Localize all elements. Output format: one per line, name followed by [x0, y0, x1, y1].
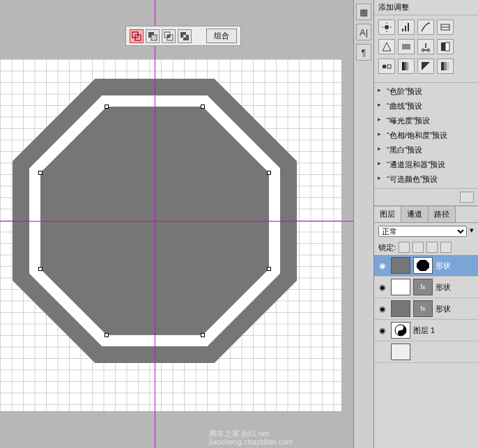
- svg-rect-16: [405, 26, 406, 31]
- layer-list: ◉ 形状 ◉ fx 形状 ◉ fx 形状 ◉ 图层 1: [374, 255, 478, 448]
- invert-icon[interactable]: [417, 59, 434, 74]
- layers-panel: 图层 通道 路径 正常 ▾ 锁定: ◉ 形状 ◉: [374, 206, 478, 448]
- clip-to-layer-icon[interactable]: [460, 192, 474, 203]
- adjustment-presets-list: “色阶”预设 “曲线”预设 “曝光度”预设 “色相/饱和度”预设 “黑白”预设 …: [374, 82, 478, 188]
- lock-position-icon[interactable]: [426, 242, 438, 253]
- layer-row[interactable]: ◉ 形状: [374, 255, 478, 277]
- svg-rect-17: [408, 23, 409, 31]
- path-overlap-button[interactable]: [130, 29, 144, 43]
- preset-curves[interactable]: “曲线”预设: [374, 99, 478, 114]
- layer-thumbnail[interactable]: [391, 257, 410, 274]
- layer-fx-thumbnail[interactable]: fx: [413, 279, 433, 295]
- tab-layers[interactable]: 图层: [374, 206, 401, 222]
- adjustments-icon-grid: [374, 15, 478, 82]
- combine-button[interactable]: 组合: [206, 29, 237, 43]
- exposure-icon[interactable]: [437, 20, 454, 35]
- levels-icon[interactable]: [398, 20, 415, 35]
- path-exclude-button[interactable]: [178, 29, 192, 43]
- visibility-icon[interactable]: [377, 346, 388, 357]
- preset-selective-color[interactable]: “可选颜色”预设: [374, 172, 478, 187]
- guide-horizontal[interactable]: [0, 221, 353, 222]
- adjustments-footer: [374, 188, 478, 206]
- layer-thumbnail[interactable]: [391, 322, 410, 339]
- layer-name[interactable]: 形状: [435, 282, 475, 293]
- preset-levels[interactable]: “色阶”预设: [374, 84, 478, 99]
- character-icon[interactable]: A|: [356, 24, 371, 40]
- path-subtract-button[interactable]: [146, 29, 160, 43]
- watermark-text: jiaocheng.chazidian.com: [209, 438, 293, 446]
- paragraph-icon[interactable]: ¶: [356, 44, 371, 61]
- lock-row: 锁定:: [374, 240, 478, 255]
- hue-sat-icon[interactable]: [398, 39, 415, 54]
- visibility-icon[interactable]: ◉: [377, 260, 388, 271]
- svg-rect-15: [402, 29, 403, 31]
- layer-row[interactable]: ◉ 图层 1: [374, 320, 478, 341]
- swatches-icon[interactable]: ▦: [356, 3, 371, 20]
- svg-marker-31: [417, 260, 429, 271]
- color-balance-icon[interactable]: [417, 39, 434, 54]
- svg-rect-20: [402, 44, 410, 49]
- collapsed-panels-strip: ▦ A| ¶: [353, 0, 374, 448]
- layer-thumbnail[interactable]: [391, 300, 410, 317]
- svg-rect-3: [151, 35, 157, 40]
- svg-rect-6: [167, 35, 170, 38]
- visibility-icon[interactable]: ◉: [377, 325, 388, 336]
- svg-rect-26: [387, 65, 391, 68]
- svg-rect-9: [183, 35, 186, 38]
- path-intersect-button[interactable]: [162, 29, 176, 43]
- curves-icon[interactable]: [417, 20, 434, 35]
- path-anchor[interactable]: [38, 171, 43, 175]
- lock-transparency-icon[interactable]: [399, 242, 410, 253]
- channel-mixer-icon[interactable]: [398, 59, 415, 74]
- preset-black-white[interactable]: “黑白”预设: [374, 143, 478, 157]
- lock-all-icon[interactable]: [440, 242, 452, 253]
- guide-vertical[interactable]: [155, 0, 155, 448]
- black-white-icon[interactable]: [437, 39, 454, 54]
- blend-mode-row: 正常 ▾: [374, 223, 478, 240]
- layer-row[interactable]: [374, 341, 478, 363]
- adjustments-panel-title: 添加调整: [374, 0, 478, 15]
- brightness-icon[interactable]: [378, 20, 395, 35]
- blend-mode-select[interactable]: 正常: [378, 226, 467, 237]
- lock-pixels-icon[interactable]: [413, 242, 424, 253]
- visibility-icon[interactable]: ◉: [377, 281, 388, 293]
- path-anchor[interactable]: [201, 333, 205, 337]
- path-anchor[interactable]: [267, 171, 271, 175]
- tab-channels[interactable]: 通道: [401, 206, 429, 222]
- svg-rect-27: [402, 62, 410, 70]
- svg-rect-23: [441, 43, 445, 51]
- path-anchor[interactable]: [267, 267, 271, 271]
- posterize-icon[interactable]: [437, 59, 454, 74]
- path-anchor[interactable]: [38, 267, 43, 271]
- workspace: 组合 脚本之家 jb51.net jiaocheng.chazidian.com: [0, 0, 353, 448]
- path-anchor[interactable]: [105, 333, 109, 337]
- layer-name[interactable]: 形状: [435, 261, 475, 271]
- layer-row[interactable]: ◉ fx 形状: [374, 277, 478, 298]
- preset-hue-sat[interactable]: “色相/饱和度”预设: [374, 128, 478, 143]
- layer-mask-thumbnail[interactable]: [413, 257, 433, 274]
- svg-rect-24: [445, 43, 449, 51]
- watermark-text: 脚本之家 jb51.net: [209, 428, 269, 439]
- layer-fx-thumbnail[interactable]: fx: [413, 300, 433, 317]
- layer-thumbnail[interactable]: [391, 343, 410, 360]
- blend-dropdown-icon: ▾: [470, 226, 474, 237]
- layer-name[interactable]: 形状: [435, 304, 475, 314]
- layer-name[interactable]: 图层 1: [413, 325, 475, 336]
- preset-exposure[interactable]: “曝光度”预设: [374, 114, 478, 128]
- layers-tabs: 图层 通道 路径: [374, 206, 478, 223]
- canvas[interactable]: [0, 59, 341, 411]
- layer-thumbnail[interactable]: [391, 279, 410, 295]
- svg-point-10: [385, 25, 389, 29]
- lock-label: 锁定:: [378, 242, 396, 253]
- layer-row[interactable]: ◉ fx 形状: [374, 298, 478, 320]
- vibrance-icon[interactable]: [378, 39, 395, 54]
- path-anchor[interactable]: [201, 105, 205, 109]
- tab-paths[interactable]: 路径: [429, 206, 456, 222]
- photo-filter-icon[interactable]: [378, 59, 395, 74]
- path-anchor[interactable]: [105, 105, 109, 109]
- path-operations-toolbar: 组合: [125, 26, 241, 46]
- preset-channel-mixer[interactable]: “通道混和器”预设: [374, 157, 478, 172]
- visibility-icon[interactable]: ◉: [377, 303, 388, 314]
- svg-rect-25: [383, 65, 386, 68]
- svg-rect-30: [447, 62, 449, 70]
